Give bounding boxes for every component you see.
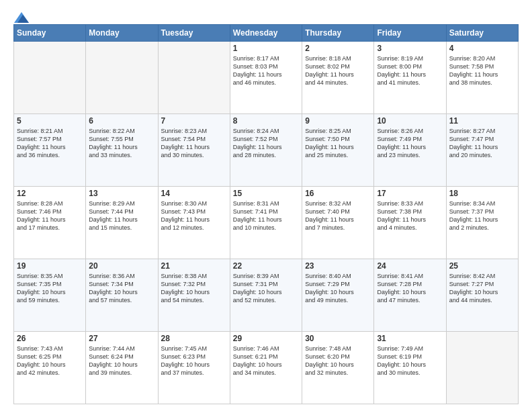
calendar-cell: 25Sunrise: 8:42 AM Sunset: 7:27 PM Dayli…	[446, 259, 518, 332]
calendar-cell	[86, 42, 158, 114]
day-number: 1	[233, 44, 299, 53]
day-info: Sunrise: 8:22 AM Sunset: 7:55 PM Dayligh…	[89, 127, 154, 160]
day-info: Sunrise: 8:18 AM Sunset: 8:02 PM Dayligh…	[305, 54, 371, 87]
day-info: Sunrise: 8:26 AM Sunset: 7:49 PM Dayligh…	[377, 127, 443, 160]
weekday-header-thursday: Thursday	[302, 25, 374, 42]
day-info: Sunrise: 7:44 AM Sunset: 6:24 PM Dayligh…	[89, 345, 154, 377]
calendar-cell: 5Sunrise: 8:21 AM Sunset: 7:57 PM Daylig…	[14, 114, 86, 187]
day-info: Sunrise: 8:20 AM Sunset: 7:58 PM Dayligh…	[449, 54, 515, 87]
weekday-header-saturday: Saturday	[446, 25, 518, 42]
page: SundayMondayTuesdayWednesdayThursdayFrid…	[0, 0, 532, 411]
logo	[13, 12, 29, 21]
day-info: Sunrise: 8:42 AM Sunset: 7:27 PM Dayligh…	[449, 272, 515, 305]
calendar-cell	[158, 42, 230, 114]
calendar-cell: 11Sunrise: 8:27 AM Sunset: 7:47 PM Dayli…	[446, 114, 518, 187]
day-number: 19	[17, 261, 83, 271]
day-info: Sunrise: 8:17 AM Sunset: 8:03 PM Dayligh…	[233, 54, 299, 87]
day-info: Sunrise: 7:49 AM Sunset: 6:19 PM Dayligh…	[377, 345, 443, 377]
day-info: Sunrise: 8:39 AM Sunset: 7:31 PM Dayligh…	[233, 272, 299, 305]
calendar-cell: 22Sunrise: 8:39 AM Sunset: 7:31 PM Dayli…	[230, 259, 302, 332]
day-number: 24	[377, 261, 443, 271]
day-number: 31	[377, 334, 443, 343]
calendar-cell	[14, 42, 86, 114]
day-info: Sunrise: 8:21 AM Sunset: 7:57 PM Dayligh…	[17, 127, 83, 160]
day-number: 26	[17, 334, 83, 343]
weekday-header-wednesday: Wednesday	[230, 25, 302, 42]
day-info: Sunrise: 8:41 AM Sunset: 7:28 PM Dayligh…	[377, 272, 443, 305]
calendar-cell: 7Sunrise: 8:23 AM Sunset: 7:54 PM Daylig…	[158, 114, 230, 187]
day-info: Sunrise: 8:19 AM Sunset: 8:00 PM Dayligh…	[377, 54, 443, 87]
week-row-2: 5Sunrise: 8:21 AM Sunset: 7:57 PM Daylig…	[14, 114, 519, 187]
calendar-cell: 1Sunrise: 8:17 AM Sunset: 8:03 PM Daylig…	[230, 42, 302, 114]
day-info: Sunrise: 8:34 AM Sunset: 7:37 PM Dayligh…	[449, 199, 515, 232]
day-number: 25	[449, 261, 515, 271]
day-number: 9	[305, 116, 371, 126]
calendar-cell	[446, 332, 518, 404]
calendar-cell: 15Sunrise: 8:31 AM Sunset: 7:41 PM Dayli…	[230, 187, 302, 259]
day-number: 3	[377, 44, 443, 53]
day-info: Sunrise: 8:31 AM Sunset: 7:41 PM Dayligh…	[233, 199, 299, 232]
day-number: 6	[89, 116, 154, 126]
calendar-cell: 31Sunrise: 7:49 AM Sunset: 6:19 PM Dayli…	[374, 332, 446, 404]
day-number: 11	[449, 116, 515, 126]
day-number: 7	[161, 116, 227, 126]
calendar-cell: 4Sunrise: 8:20 AM Sunset: 7:58 PM Daylig…	[446, 42, 518, 114]
day-number: 5	[17, 116, 83, 126]
calendar-cell: 9Sunrise: 8:25 AM Sunset: 7:50 PM Daylig…	[302, 114, 374, 187]
day-number: 12	[17, 189, 83, 198]
calendar-cell: 12Sunrise: 8:28 AM Sunset: 7:46 PM Dayli…	[14, 187, 86, 259]
header	[13, 12, 519, 21]
day-info: Sunrise: 8:25 AM Sunset: 7:50 PM Dayligh…	[305, 127, 371, 160]
week-row-3: 12Sunrise: 8:28 AM Sunset: 7:46 PM Dayli…	[14, 187, 519, 259]
calendar-cell: 16Sunrise: 8:32 AM Sunset: 7:40 PM Dayli…	[302, 187, 374, 259]
day-number: 8	[233, 116, 299, 126]
day-info: Sunrise: 8:38 AM Sunset: 7:32 PM Dayligh…	[161, 272, 227, 305]
day-number: 28	[161, 334, 227, 343]
weekday-header-sunday: Sunday	[14, 25, 86, 42]
day-info: Sunrise: 8:40 AM Sunset: 7:29 PM Dayligh…	[305, 272, 371, 305]
day-number: 14	[161, 189, 227, 198]
calendar-cell: 2Sunrise: 8:18 AM Sunset: 8:02 PM Daylig…	[302, 42, 374, 114]
day-info: Sunrise: 7:45 AM Sunset: 6:23 PM Dayligh…	[161, 345, 227, 377]
calendar-cell: 26Sunrise: 7:43 AM Sunset: 6:25 PM Dayli…	[14, 332, 86, 404]
calendar-cell: 20Sunrise: 8:36 AM Sunset: 7:34 PM Dayli…	[86, 259, 158, 332]
day-info: Sunrise: 8:27 AM Sunset: 7:47 PM Dayligh…	[449, 127, 515, 160]
day-info: Sunrise: 7:43 AM Sunset: 6:25 PM Dayligh…	[17, 345, 83, 377]
week-row-5: 26Sunrise: 7:43 AM Sunset: 6:25 PM Dayli…	[14, 332, 519, 404]
calendar-cell: 23Sunrise: 8:40 AM Sunset: 7:29 PM Dayli…	[302, 259, 374, 332]
day-number: 17	[377, 189, 443, 198]
calendar-cell: 6Sunrise: 8:22 AM Sunset: 7:55 PM Daylig…	[86, 114, 158, 187]
day-info: Sunrise: 8:23 AM Sunset: 7:54 PM Dayligh…	[161, 127, 227, 160]
day-info: Sunrise: 7:48 AM Sunset: 6:20 PM Dayligh…	[305, 345, 371, 377]
calendar-cell: 3Sunrise: 8:19 AM Sunset: 8:00 PM Daylig…	[374, 42, 446, 114]
calendar-cell: 30Sunrise: 7:48 AM Sunset: 6:20 PM Dayli…	[302, 332, 374, 404]
day-number: 4	[449, 44, 515, 53]
week-row-1: 1Sunrise: 8:17 AM Sunset: 8:03 PM Daylig…	[14, 42, 519, 114]
calendar-cell: 8Sunrise: 8:24 AM Sunset: 7:52 PM Daylig…	[230, 114, 302, 187]
day-info: Sunrise: 8:36 AM Sunset: 7:34 PM Dayligh…	[89, 272, 154, 305]
day-info: Sunrise: 8:29 AM Sunset: 7:44 PM Dayligh…	[89, 199, 154, 232]
day-info: Sunrise: 7:46 AM Sunset: 6:21 PM Dayligh…	[233, 345, 299, 377]
day-number: 10	[377, 116, 443, 126]
day-number: 30	[305, 334, 371, 343]
day-number: 22	[233, 261, 299, 271]
day-info: Sunrise: 8:30 AM Sunset: 7:43 PM Dayligh…	[161, 199, 227, 232]
weekday-header-row: SundayMondayTuesdayWednesdayThursdayFrid…	[14, 25, 519, 42]
calendar-cell: 13Sunrise: 8:29 AM Sunset: 7:44 PM Dayli…	[86, 187, 158, 259]
day-number: 20	[89, 261, 154, 271]
calendar-cell: 24Sunrise: 8:41 AM Sunset: 7:28 PM Dayli…	[374, 259, 446, 332]
day-number: 15	[233, 189, 299, 198]
calendar-cell: 29Sunrise: 7:46 AM Sunset: 6:21 PM Dayli…	[230, 332, 302, 404]
day-info: Sunrise: 8:32 AM Sunset: 7:40 PM Dayligh…	[305, 199, 371, 232]
day-info: Sunrise: 8:24 AM Sunset: 7:52 PM Dayligh…	[233, 127, 299, 160]
calendar-cell: 10Sunrise: 8:26 AM Sunset: 7:49 PM Dayli…	[374, 114, 446, 187]
day-number: 16	[305, 189, 371, 198]
weekday-header-tuesday: Tuesday	[158, 25, 230, 42]
calendar-cell: 27Sunrise: 7:44 AM Sunset: 6:24 PM Dayli…	[86, 332, 158, 404]
week-row-4: 19Sunrise: 8:35 AM Sunset: 7:35 PM Dayli…	[14, 259, 519, 332]
calendar-cell: 21Sunrise: 8:38 AM Sunset: 7:32 PM Dayli…	[158, 259, 230, 332]
day-number: 2	[305, 44, 371, 53]
weekday-header-friday: Friday	[374, 25, 446, 42]
calendar-cell: 28Sunrise: 7:45 AM Sunset: 6:23 PM Dayli…	[158, 332, 230, 404]
calendar-table: SundayMondayTuesdayWednesdayThursdayFrid…	[13, 24, 519, 404]
